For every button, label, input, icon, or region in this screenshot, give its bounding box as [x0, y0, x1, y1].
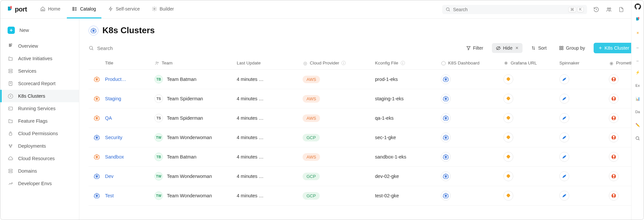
users-icon[interactable] [605, 6, 612, 13]
spinnaker-link[interactable] [559, 113, 569, 123]
spinnaker-link[interactable] [559, 74, 569, 84]
sun-icon[interactable]: ☀ [634, 29, 641, 37]
bolt-icon[interactable]: ⚡ [634, 69, 641, 76]
grafana-link[interactable] [503, 133, 513, 142]
hide-button[interactable]: Hide ✕ [492, 43, 523, 53]
cell-k8s-dashboard [441, 74, 503, 84]
global-search[interactable]: ⌘ K [442, 5, 587, 14]
cluster-link[interactable]: Product… [105, 77, 126, 82]
spinnaker-link[interactable] [559, 94, 569, 104]
chart-icon[interactable]: 📊 [634, 95, 641, 102]
history-icon[interactable] [593, 6, 600, 13]
sidebar-item-services[interactable]: Services [0, 65, 79, 77]
sidebar-item-overview[interactable]: Overview [0, 40, 79, 52]
col-k8s-dashboard[interactable]: K8S Dashboard [441, 61, 503, 65]
prometheus-link[interactable] [609, 191, 619, 201]
pencil-icon[interactable]: ✏️ [634, 121, 641, 129]
col-team[interactable]: Team [154, 61, 237, 65]
col-spinnaker[interactable]: Spinnaker [559, 61, 609, 65]
sidebar-item-feature-flags[interactable]: Feature Flags [0, 115, 79, 127]
grafana-link[interactable] [503, 191, 513, 201]
table-row[interactable]: Test TW Team Wonderwoman 4 minutes … GCP… [89, 186, 634, 206]
sidebar-item-developer-envs[interactable]: Developer Envs [0, 177, 79, 190]
svg-rect-46 [560, 48, 561, 50]
sidebar-new[interactable]: New [0, 23, 79, 37]
grafana-link[interactable] [503, 152, 513, 162]
nav-home[interactable]: Home [35, 0, 66, 18]
github-icon[interactable] [634, 3, 641, 10]
k8s-dashboard-link[interactable] [441, 94, 451, 104]
cluster-link[interactable]: Staging [105, 96, 121, 101]
cluster-link[interactable]: Sandbox [105, 154, 124, 159]
col-title[interactable]: Title [105, 61, 154, 65]
sidebar-item-active-initiatives[interactable]: Active Initiatives [0, 52, 79, 65]
col-grafana[interactable]: ✺Grafana URL [503, 61, 559, 65]
grafana-link[interactable] [503, 94, 513, 104]
brand-logo[interactable]: port [7, 6, 27, 13]
nav-catalog[interactable]: Catalog [67, 0, 101, 18]
rail-icon-2[interactable]: ⎯ [634, 56, 641, 63]
k8s-dashboard-link[interactable] [441, 171, 451, 181]
sort-button[interactable]: Sort [527, 43, 550, 53]
prometheus-link[interactable] [609, 74, 619, 84]
k8s-dashboard-link[interactable] [441, 191, 451, 201]
cluster-link[interactable]: Security [105, 135, 122, 140]
k8s-dashboard-link[interactable] [441, 74, 451, 84]
cluster-link[interactable]: QA [105, 115, 112, 121]
group-by-button[interactable]: Group by [555, 43, 589, 53]
prometheus-link[interactable] [609, 171, 619, 181]
nav-builder[interactable]: Builder [147, 0, 179, 18]
cluster-link[interactable]: Test [105, 193, 114, 198]
table-row[interactable]: Sandbox TB Team Batman 4 minutes … AWS s… [89, 147, 634, 167]
sidebar-item-icon [8, 156, 13, 161]
port-icon[interactable] [634, 16, 641, 23]
spinnaker-link[interactable] [559, 133, 569, 142]
table-row[interactable]: Security TW Team Wonderwoman 4 minutes …… [89, 128, 634, 147]
table-search-input[interactable] [97, 45, 170, 51]
rail-label-ex[interactable]: Ex [634, 82, 641, 89]
global-search-input[interactable] [453, 7, 562, 12]
table-row[interactable]: Staging TS Team Spiderman 4 minutes … AW… [89, 89, 634, 109]
document-icon[interactable] [618, 6, 625, 13]
k8s-dashboard-link[interactable] [441, 133, 451, 142]
col-kconfig[interactable]: Kconfig Filei [375, 61, 441, 65]
k8s-dashboard-link[interactable] [441, 152, 451, 162]
prometheus-link[interactable] [609, 133, 619, 142]
table-search[interactable] [89, 45, 456, 51]
close-icon[interactable]: ✕ [515, 46, 519, 50]
grafana-link[interactable] [503, 171, 513, 181]
prometheus-link[interactable] [609, 113, 619, 123]
sidebar-item-k8s-clusters[interactable]: K8s Clusters [0, 90, 79, 102]
sidebar-item-scorecard-report[interactable]: Scorecard Report [0, 77, 79, 90]
cell-team: TS Team Spiderman [154, 114, 237, 122]
spinnaker-link[interactable] [559, 191, 569, 201]
sidebar-item-icon [8, 106, 13, 111]
rail-icon-1[interactable]: ⎯ [634, 42, 641, 50]
filter-button[interactable]: Filter [462, 43, 487, 53]
spinnaker-link[interactable] [559, 152, 569, 162]
search-rail-icon[interactable] [634, 134, 641, 142]
col-cloud-provider[interactable]: ◎Cloud Provideri [303, 61, 375, 65]
grafana-link[interactable] [503, 113, 513, 123]
sidebar-item-domains[interactable]: Domains [0, 165, 79, 177]
add-k8s-cluster-button[interactable]: + K8s Cluster [594, 43, 634, 53]
sidebar-item-cloud-permissions[interactable]: Cloud Permissions [0, 127, 79, 140]
table-row[interactable]: QA TS Team Spiderman 4 minutes … AWS qa-… [89, 109, 634, 128]
sidebar-item-deployments[interactable]: Deployments [0, 140, 79, 152]
nav-self-service[interactable]: Self-service [103, 0, 145, 18]
sidebar-item-running-services[interactable]: Running Services [0, 102, 79, 115]
table-row[interactable]: Product… TB Team Batman 4 minutes … AWS … [89, 70, 634, 89]
table-row[interactable]: Dev TW Team Wonderwoman 4 minutes … GCP … [89, 167, 634, 186]
rail-label-da[interactable]: Da [634, 108, 641, 115]
k8s-dashboard-link[interactable] [441, 113, 451, 123]
col-last-update[interactable]: Last Update [237, 61, 303, 65]
cluster-link[interactable]: Dev [105, 174, 114, 179]
grafana-link[interactable] [503, 74, 513, 84]
prometheus-link[interactable] [609, 152, 619, 162]
svg-point-27 [11, 144, 12, 145]
cell-team: TW Team Wonderwoman [154, 133, 237, 142]
sidebar-item-cloud-resources[interactable]: Cloud Resources [0, 152, 79, 165]
prometheus-link[interactable] [609, 94, 619, 104]
spinnaker-link[interactable] [559, 171, 569, 181]
cell-kconfig: staging-1-eks [375, 96, 441, 101]
